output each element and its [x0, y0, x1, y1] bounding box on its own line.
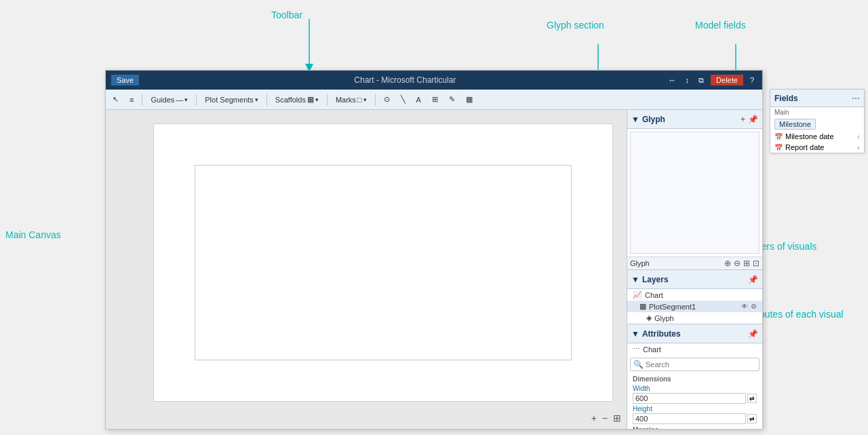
glyph-title-text: Glyph	[642, 115, 665, 124]
glyph-pin-button[interactable]: 📌	[748, 115, 758, 124]
layers-pin-button[interactable]: 📌	[748, 275, 758, 284]
field-report-date-label: Report date	[785, 143, 824, 151]
field-milestone-date-item[interactable]: 📅 Milestone date ‹	[770, 131, 864, 142]
attr-chart-icon: ⋯	[633, 345, 640, 354]
tool-icon6-button[interactable]: ▦	[462, 93, 477, 106]
layer-chart-icon: 📈	[633, 290, 642, 299]
plot-segments-chevron-icon: ▾	[255, 96, 258, 103]
marks-chevron-icon: ▾	[363, 96, 367, 103]
layers-collapse-icon[interactable]: ▼	[631, 275, 639, 284]
tool-icon4-button[interactable]: ⊞	[428, 93, 442, 106]
select-tool-button[interactable]: ↖	[108, 93, 123, 106]
tool-icon3-button[interactable]: A	[412, 94, 425, 106]
delete-button[interactable]: Delete	[711, 75, 743, 86]
layer-chart-label: Chart	[645, 291, 663, 299]
attr-chart-item[interactable]: ⋯ Chart	[627, 343, 762, 355]
scaffolds-icon: ▦	[307, 95, 314, 104]
height-adjust-button[interactable]: ⇄	[747, 414, 757, 423]
glyph-add-button[interactable]: +	[741, 115, 745, 124]
guides-label: Guides	[151, 96, 174, 104]
fields-panel: Fields ⋯ Main Milestone 📅 Milestone date…	[770, 89, 865, 153]
fields-title: Fields	[774, 94, 798, 103]
field-report-date-item[interactable]: 📅 Report date ‹	[770, 142, 864, 153]
glyph-collapse-icon[interactable]: ▼	[631, 115, 639, 124]
scaffolds-button[interactable]: Scaffolds ▦ ▾	[271, 93, 323, 106]
list-tool-button[interactable]: ≡	[125, 94, 138, 106]
save-button[interactable]: Save	[111, 75, 139, 86]
layer-visibility-button[interactable]: 👁	[741, 303, 748, 310]
width-adjust-button[interactable]: ⇄	[747, 394, 757, 403]
app-window: Save Chart - Microsoft Charticular ↔ ↕ ⧉…	[105, 70, 763, 430]
toolbar-sep-4	[327, 94, 328, 106]
plot-segments-button[interactable]: Plot Segments ▾	[201, 94, 262, 106]
copy-button[interactable]: ⧉	[696, 75, 707, 86]
glyph-zoom-controls: ⊕ ⊖ ⊞ ⊡	[724, 259, 760, 268]
help-button[interactable]: ?	[747, 75, 757, 85]
marks-label: Marks	[336, 96, 356, 104]
attributes-pin-button[interactable]: 📌	[748, 329, 758, 339]
toolbar-sep-1	[142, 94, 142, 106]
toolbar-sep-5	[375, 94, 376, 106]
title-bar: Save Chart - Microsoft Charticular ↔ ↕ ⧉…	[106, 71, 762, 90]
canvas-zoom-fit-button[interactable]: ⊞	[613, 413, 621, 423]
layer-item-chart[interactable]: 📈 Chart	[627, 289, 762, 301]
glyph-section: ▼ Glyph + 📌 Glyph ⊕ ⊖ ⊞ ⊡	[627, 110, 762, 270]
width-label: Width	[633, 385, 757, 392]
main-canvas	[153, 124, 613, 402]
height-input-row: ⇄	[633, 413, 757, 424]
attributes-collapse-icon[interactable]: ▼	[631, 329, 639, 339]
resize-v-button[interactable]: ↕	[683, 75, 692, 85]
layers-header: ▼ Layers 📌	[627, 270, 762, 289]
search-box: 🔍	[630, 358, 760, 371]
attributes-header: ▼ Attributes 📌	[627, 324, 762, 343]
right-panel: ▼ Glyph + 📌 Glyph ⊕ ⊖ ⊞ ⊡	[627, 110, 762, 429]
margins-label: Margins	[627, 425, 762, 429]
layers-section: ▼ Layers 📌 📈 Chart ▦ PlotSegment1 👁 ⚙	[627, 270, 762, 324]
guides-chevron-icon: ▾	[184, 96, 188, 103]
width-row: Width ⇄	[627, 384, 762, 404]
field-milestone-item[interactable]: Milestone	[770, 117, 864, 131]
search-input[interactable]	[646, 360, 756, 368]
canvas-zoom-out-button[interactable]: −	[602, 413, 608, 423]
glyph-header-controls: + 📌	[741, 115, 758, 124]
marks-icon: □	[357, 96, 362, 104]
canvas-zoom-in-button[interactable]: +	[591, 413, 597, 423]
glyph-zoom-reset-button[interactable]: ⊡	[753, 259, 760, 268]
canvas-chart-box	[195, 165, 572, 360]
tool-icon2-button[interactable]: ╲	[397, 93, 410, 106]
layer-plotsegment-label: PlotSegment1	[649, 303, 696, 311]
width-input[interactable]	[633, 393, 746, 404]
tool-icon1-button[interactable]: ⊙	[380, 93, 394, 106]
layer-item-glyph[interactable]: ◈ Glyph	[627, 312, 762, 324]
scaffolds-label: Scaffolds	[275, 96, 306, 104]
model-fields-annotation: Model fields	[695, 20, 746, 31]
field-date1-icon: 📅	[774, 133, 783, 140]
field-milestone-date-arrow: ‹	[857, 132, 860, 140]
guides-button[interactable]: Guides — ▾	[146, 94, 192, 106]
resize-h-button[interactable]: ↔	[666, 75, 679, 85]
main-canvas-annotation: Main Canvas	[5, 229, 61, 240]
glyph-zoom-in-button[interactable]: ⊕	[724, 259, 731, 268]
layer-settings-button[interactable]: ⚙	[751, 303, 757, 310]
layer-item-controls: 👁 ⚙	[741, 303, 757, 310]
toolbar: ↖ ≡ Guides — ▾ Plot Segments ▾ Scaffolds…	[106, 90, 762, 110]
canvas-area[interactable]: + − ⊞	[106, 110, 627, 429]
glyph-zoom-out-button[interactable]: ⊖	[734, 259, 741, 268]
guides-icon: —	[176, 96, 183, 104]
plot-segments-label: Plot Segments	[205, 96, 254, 104]
search-icon: 🔍	[633, 360, 644, 369]
layer-item-plotsegment[interactable]: ▦ PlotSegment1 👁 ⚙	[627, 301, 762, 312]
fields-more-button[interactable]: ⋯	[852, 94, 860, 103]
layers-title-text: Layers	[642, 275, 669, 284]
glyph-footer: Glyph ⊕ ⊖ ⊞ ⊡	[627, 257, 762, 269]
layers-title: ▼ Layers	[631, 275, 669, 284]
height-label: Height	[633, 405, 757, 413]
toolbar-annotation: Toolbar	[271, 10, 302, 20]
tool-icon5-button[interactable]: ✎	[445, 93, 459, 106]
glyph-footer-label: Glyph	[630, 259, 720, 267]
marks-button[interactable]: Marks □ ▾	[332, 94, 371, 106]
fields-section-label: Main	[770, 107, 864, 117]
width-input-row: ⇄	[633, 393, 757, 404]
glyph-zoom-fit-button[interactable]: ⊞	[743, 259, 750, 268]
height-input[interactable]	[633, 413, 746, 424]
